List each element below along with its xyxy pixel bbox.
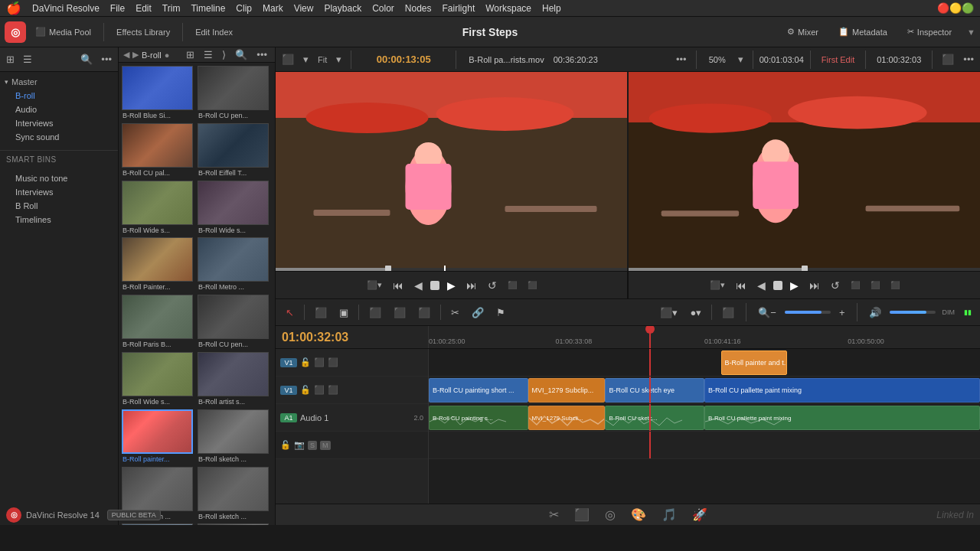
list-item[interactable]: B-Roll CU pen... <box>198 66 272 122</box>
src-step-back[interactable]: ◀ <box>411 278 426 293</box>
src-go-start[interactable]: ⏮ <box>390 278 407 293</box>
inspector-button[interactable]: ✂ Inspector <box>903 24 956 39</box>
snap-icon[interactable]: ⬛▾ <box>656 305 681 321</box>
apple-menu[interactable]: 🍎 <box>6 1 21 15</box>
menu-mark[interactable]: Mark <box>263 3 283 14</box>
volume-icon[interactable]: 🔊 <box>865 305 885 321</box>
sidebar-item-interviews[interactable]: Interviews <box>0 116 118 130</box>
clip-1-2[interactable]: MVI_1279 Subclip... <box>528 378 606 403</box>
smart-item-interviews[interactable]: Interviews <box>0 185 118 199</box>
effects-library-button[interactable]: Effects Library <box>112 25 175 39</box>
program-monitor[interactable] <box>629 72 980 271</box>
list-item[interactable]: B-Roll sketch ... <box>198 523 272 525</box>
audio-clip-3[interactable]: B-Roll CU sketc... <box>605 406 704 430</box>
sidebar-more-icon[interactable]: ••• <box>98 52 115 67</box>
razor-tool[interactable]: ✂ <box>447 305 463 321</box>
metadata-button[interactable]: 📋 Metadata <box>834 24 892 39</box>
edit-mode-icon[interactable]: ⬛ <box>574 507 590 522</box>
link-icon-0[interactable]: ⬛ <box>328 357 338 367</box>
source-monitor[interactable] <box>276 72 627 271</box>
list-item[interactable]: B-Roll Eiffell T... <box>198 123 272 179</box>
cam-icon-2[interactable]: 📷 <box>294 440 305 450</box>
menu-davinci[interactable]: DaVinci Resolve <box>32 3 100 14</box>
solo-btn[interactable]: S <box>308 441 317 450</box>
audio-clip-2[interactable]: MVI_1279 Subcli... <box>528 406 606 430</box>
sort-icon[interactable]: ⟩ <box>219 47 229 62</box>
list-item[interactable]: B-Roll artist s... <box>198 352 272 408</box>
lock-icon-1[interactable]: 🔓 <box>300 385 311 395</box>
list-item[interactable]: B-Roll Painter... <box>122 237 196 293</box>
smart-item-timelines[interactable]: Timelines <box>0 213 118 227</box>
list-item[interactable]: B-Roll Blue Si... <box>122 66 196 122</box>
audio-clip-4[interactable]: B-Roll CU pallette paint mixing <box>704 406 980 430</box>
pgm-icon-box[interactable]: ⬛▾ <box>707 279 728 292</box>
link-icon-1[interactable]: ⬛ <box>328 385 338 395</box>
source-progress-bar[interactable] <box>276 268 627 271</box>
clip-overlay-icon[interactable]: ⬛ <box>718 305 738 321</box>
fusion-mode-icon[interactable]: ◎ <box>605 507 616 522</box>
program-progress-bar[interactable] <box>629 268 980 271</box>
pgm-step-back[interactable]: ◀ <box>754 278 769 293</box>
roll-tool[interactable]: ⬛ <box>390 305 410 321</box>
back-icon[interactable]: ◀ <box>123 50 129 60</box>
search-btn[interactable]: 🔍 <box>232 47 250 62</box>
eye-icon-1[interactable]: ⬛ <box>314 385 325 395</box>
lock-icon-2[interactable]: 🔓 <box>280 440 291 450</box>
src-mark-in[interactable]: ⬛ <box>505 279 520 291</box>
select-tool[interactable]: ↖ <box>282 305 298 321</box>
src-play[interactable]: ▶ <box>444 278 459 293</box>
menu-nodes[interactable]: Nodes <box>405 3 432 14</box>
clip-1-4[interactable]: B-Roll CU pallette paint mixing <box>704 378 980 403</box>
forward-icon[interactable]: ▶ <box>132 50 139 60</box>
source-progress-thumb[interactable] <box>385 266 391 271</box>
menu-clip[interactable]: Clip <box>236 3 252 14</box>
smart-item-music[interactable]: Music no tone <box>0 171 118 185</box>
pgm-full[interactable]: ⬛ <box>848 279 863 291</box>
sidebar-grid-icon[interactable]: ⊞ <box>3 52 18 67</box>
eye-icon-0[interactable]: ⬛ <box>314 357 325 367</box>
fit-chevron[interactable]: ▾ <box>333 52 345 67</box>
pgm-go-start[interactable]: ⏮ <box>733 278 750 293</box>
menu-trim[interactable]: Trim <box>162 3 181 14</box>
slide-tool[interactable]: ⬛ <box>414 305 434 321</box>
overwrite-tool[interactable]: ▣ <box>335 305 352 321</box>
menu-help[interactable]: Help <box>542 3 561 14</box>
menu-timeline[interactable]: Timeline <box>191 3 225 14</box>
src-stop[interactable] <box>430 281 439 290</box>
sidebar-item-audio[interactable]: Audio <box>0 103 118 116</box>
mixer-button[interactable]: ⚙ Mixer <box>782 24 823 39</box>
pgm-mark-out[interactable]: ⬛ <box>887 279 903 291</box>
menu-workspace[interactable]: Workspace <box>485 3 531 14</box>
lock-icon-0[interactable]: 🔓 <box>300 357 311 367</box>
viewer-chevron[interactable]: ▾ <box>300 52 312 67</box>
deliver-mode-icon[interactable]: 🚀 <box>692 507 707 522</box>
menu-fairlight[interactable]: Fairlight <box>443 3 475 14</box>
list-item[interactable]: B-Roll sketch ... <box>198 467 272 523</box>
color-mode-icon[interactable]: 🎨 <box>631 507 646 522</box>
list-item[interactable]: B-Roll Wide s... <box>198 181 272 236</box>
pgm-loop[interactable]: ↺ <box>828 278 843 293</box>
sidebar-list-icon[interactable]: ☰ <box>20 52 35 67</box>
list-item[interactable]: B-Roll Paris B... <box>122 295 196 350</box>
list-item[interactable]: B-Roll Windo... <box>122 523 196 525</box>
ruler-track[interactable]: 01:00:25:00 01:00:33:08 01:00:41:16 01:0… <box>429 326 980 348</box>
master-group[interactable]: ▾ Master <box>0 75 118 89</box>
zoom-in-icon[interactable]: + <box>835 305 849 321</box>
pgm-play[interactable]: ▶ <box>787 278 802 293</box>
src-loop[interactable]: ↺ <box>485 278 500 293</box>
menu-file[interactable]: File <box>110 3 125 14</box>
src-step-fwd[interactable]: ⏭ <box>463 278 480 293</box>
list-item[interactable]: B-Roll sketch ... <box>198 409 272 465</box>
list-view-icon[interactable]: ☰ <box>201 47 216 62</box>
media-pool-button[interactable]: ⬛ Media Pool <box>31 24 96 39</box>
cut-mode-icon[interactable]: ✂ <box>549 507 559 522</box>
src-icon-box[interactable]: ⬛▾ <box>364 279 385 292</box>
program-progress-thumb[interactable] <box>802 266 808 271</box>
list-item[interactable]: B-Roll painter... <box>122 409 196 465</box>
list-item[interactable]: B-Roll CU pal... <box>122 123 196 179</box>
smart-item-broll[interactable]: B Roll <box>0 199 118 213</box>
pgm-step-fwd[interactable]: ⏭ <box>806 278 823 293</box>
ripple-tool[interactable]: ⬛ <box>365 305 385 321</box>
link-tool[interactable]: 🔗 <box>468 305 488 321</box>
viewer-icon[interactable]: ⬛ <box>279 52 297 67</box>
